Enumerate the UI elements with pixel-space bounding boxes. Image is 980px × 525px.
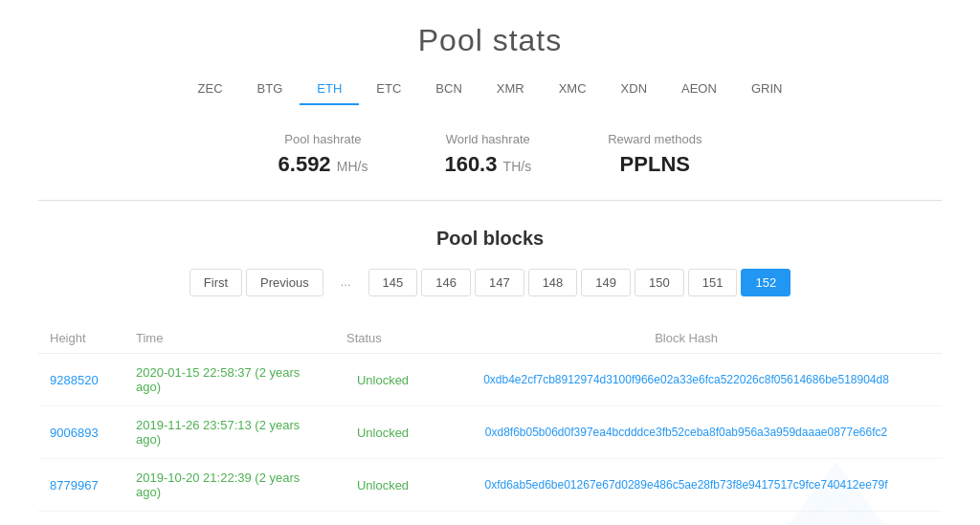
world-hashrate-value: 160.3 TH/s <box>444 152 531 177</box>
pagination-page-152[interactable]: 152 <box>741 269 791 296</box>
pool-blocks-section: Pool blocks FirstPrevious...145146147148… <box>0 201 980 525</box>
nav-tab-grin[interactable]: GRIN <box>734 74 800 105</box>
pool-hashrate-value: 6.592 MH/s <box>278 152 368 177</box>
cell-hash[interactable]: 0x1e0212a9e5fd655949e213041bf05dafe0d203… <box>431 512 942 526</box>
pagination-page-146[interactable]: 146 <box>421 269 471 296</box>
nav-tab-zec[interactable]: ZEC <box>181 74 240 105</box>
cell-status: Unlocked <box>335 354 431 406</box>
cell-time: 2019-10-16 18:57:13 (2 years ago) <box>124 512 335 526</box>
pagination-page-147[interactable]: 147 <box>475 269 524 296</box>
pagination-previous[interactable]: Previous <box>246 269 323 296</box>
cell-height[interactable]: 8779967 <box>38 459 124 512</box>
pagination-page-145[interactable]: 145 <box>368 269 418 296</box>
col-header-time: Time <box>124 323 335 354</box>
table-row: 87539072019-10-16 18:57:13 (2 years ago)… <box>38 512 942 526</box>
cell-status: Unlocked <box>335 512 431 526</box>
pagination-page-151[interactable]: 151 <box>688 269 738 296</box>
cell-hash[interactable]: 0xd8f6b05b06d0f397ea4bcdddce3fb52ceba8f0… <box>431 406 942 459</box>
pagination: FirstPrevious...145146147148149150151152 <box>38 269 942 296</box>
col-header-status: Status <box>335 323 431 354</box>
blocks-table: HeightTimeStatusBlock Hash 92885202020-0… <box>38 323 942 525</box>
col-header-height: Height <box>38 323 124 354</box>
pool-hashrate-label: Pool hashrate <box>278 132 368 146</box>
page-title: Pool stats <box>0 0 980 74</box>
pagination-ellipsis: ... <box>327 269 365 296</box>
nav-tab-aeon[interactable]: AEON <box>664 74 734 105</box>
pagination-first[interactable]: First <box>189 269 242 296</box>
cell-time: 2019-10-20 21:22:39 (2 years ago) <box>124 459 335 512</box>
pagination-page-149[interactable]: 149 <box>581 269 631 296</box>
nav-tab-xmr[interactable]: XMR <box>479 74 542 105</box>
cell-time: 2019-11-26 23:57:13 (2 years ago) <box>124 406 335 459</box>
cell-height[interactable]: 9006893 <box>38 406 124 459</box>
world-hashrate-label: World hashrate <box>444 132 531 146</box>
cell-height[interactable]: 8753907 <box>38 512 124 526</box>
cell-status: Unlocked <box>335 459 431 512</box>
table-row: 90068932019-11-26 23:57:13 (2 years ago)… <box>38 406 942 459</box>
nav-tab-xdn[interactable]: XDN <box>604 74 664 105</box>
nav-tab-eth[interactable]: ETH <box>300 74 359 105</box>
table-row: 92885202020-01-15 22:58:37 (2 years ago)… <box>38 354 942 406</box>
pagination-page-150[interactable]: 150 <box>635 269 684 296</box>
cell-height[interactable]: 9288520 <box>38 354 124 406</box>
cell-hash[interactable]: 0xfd6ab5ed6be01267e67d0289e486c5ae28fb73… <box>431 459 942 512</box>
nav-tab-btg[interactable]: BTG <box>240 74 301 105</box>
coin-nav: ZECBTGETHETCBCNXMRXMCXDNAEONGRIN <box>0 74 980 105</box>
stats-section: Pool hashrate 6.592 MH/s World hashrate … <box>38 105 942 201</box>
reward-methods-stat: Reward methods PPLNS <box>608 132 702 177</box>
reward-methods-label: Reward methods <box>608 132 702 146</box>
reward-methods-value: PPLNS <box>608 152 702 177</box>
blocks-title: Pool blocks <box>38 228 942 250</box>
table-row: 87799672019-10-20 21:22:39 (2 years ago)… <box>38 459 942 512</box>
world-hashrate-stat: World hashrate 160.3 TH/s <box>444 132 531 177</box>
cell-time: 2020-01-15 22:58:37 (2 years ago) <box>124 354 335 406</box>
cell-hash[interactable]: 0xdb4e2cf7cb8912974d3100f966e02a33e6fca5… <box>431 354 942 406</box>
nav-tab-etc[interactable]: ETC <box>359 74 418 105</box>
col-header-block-hash: Block Hash <box>431 323 942 354</box>
cell-status: Unlocked <box>335 406 431 459</box>
pool-hashrate-stat: Pool hashrate 6.592 MH/s <box>278 132 368 177</box>
blocks-table-container: HeightTimeStatusBlock Hash 92885202020-0… <box>38 323 942 525</box>
nav-tab-xmc[interactable]: XMC <box>542 74 604 105</box>
nav-tab-bcn[interactable]: BCN <box>418 74 479 105</box>
pagination-page-148[interactable]: 148 <box>528 269 578 296</box>
